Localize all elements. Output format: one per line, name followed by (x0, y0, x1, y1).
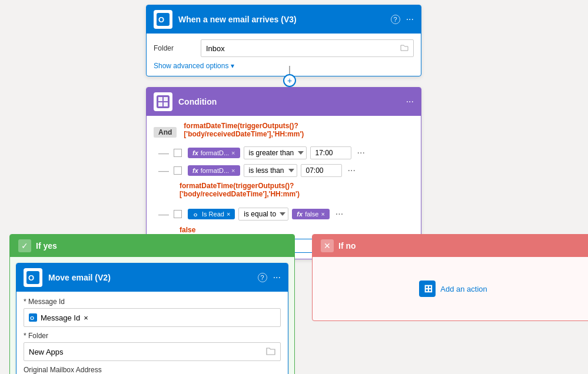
svg-rect-5 (158, 102, 162, 106)
condition-title: Condition (178, 97, 406, 106)
operator-select-3[interactable]: is equal to (238, 208, 288, 221)
condition-actions: ··· (406, 96, 414, 107)
checkbox-1[interactable] (174, 149, 182, 157)
move-email-actions: ? ··· (258, 272, 281, 283)
connector-dash-3: — (158, 208, 169, 221)
move-folder-section: * Folder New Apps (24, 332, 281, 361)
if-yes-label: If yes (36, 241, 57, 251)
false-value-label: false (180, 226, 195, 234)
add-action-svg: ⊞ (419, 280, 436, 297)
message-id-field[interactable]: O Message Id × (24, 308, 281, 327)
svg-rect-6 (164, 102, 168, 106)
move-email-body: * Message Id O Message Id × * Folder New… (16, 292, 288, 374)
connector-line-top (289, 66, 290, 74)
is-read-label: Is Read (202, 211, 224, 218)
formula-preview-1: formatDateTime(triggerOutputs()?['body/r… (179, 122, 414, 138)
row2-more-icon[interactable]: ··· (346, 164, 358, 177)
chip-close-1[interactable]: × (231, 149, 235, 156)
no-x-icon: ✕ (321, 239, 334, 252)
svg-text:O: O (30, 315, 34, 321)
outlook-chip-icon: O (192, 211, 200, 218)
false-chip-3[interactable]: fx false × (292, 209, 329, 219)
if-no-header: ✕ If no (313, 235, 588, 257)
row1-more-icon[interactable]: ··· (355, 146, 367, 159)
connector-dash-1: — (158, 147, 169, 159)
condition-row-2: — fx formatD... × is less than ··· forma… (158, 164, 414, 203)
fx-icon-2: fx (192, 167, 198, 174)
fx-icon-3: fx (297, 211, 303, 218)
add-action-button[interactable]: ⊞ Add an action (419, 280, 487, 297)
fx-icon-1: fx (192, 149, 198, 156)
message-id-close[interactable]: × (84, 313, 88, 322)
condition-row-2-inner: — fx formatD... × is less than ··· (158, 164, 358, 177)
if-yes-header: ✓ If yes (10, 235, 294, 257)
move-email-icon: O (24, 268, 42, 287)
svg-text:O: O (28, 273, 34, 282)
folder-row: Folder Inbox (154, 39, 414, 57)
original-mailbox-label: Original Mailbox Address (24, 366, 281, 374)
false-chip-close[interactable]: × (321, 211, 324, 218)
formula-chip-1[interactable]: fx formatD... × (188, 148, 240, 158)
formula-preview-2: formatDateTime(triggerOutputs()?['body/r… (158, 182, 414, 198)
condition-menu-icon[interactable]: ··· (406, 96, 414, 107)
message-id-outlook-icon: O (29, 313, 37, 322)
condition-row-3-inner: — O Is Read × is equal to fx false × (158, 208, 346, 221)
svg-text:O: O (158, 15, 164, 24)
trigger-title: When a new email arrives (V3) (178, 15, 391, 24)
add-action-container: ⊞ Add an action (313, 257, 588, 320)
checkbox-2[interactable] (174, 166, 182, 175)
move-folder-label: * Folder (24, 332, 281, 340)
false-chip-label: false (305, 211, 318, 218)
yes-check-icon: ✓ (18, 239, 31, 252)
trigger-icon: O (154, 10, 172, 29)
formula-chip-2[interactable]: fx formatD... × (188, 165, 240, 176)
if-no-label: If no (338, 241, 356, 251)
svg-rect-3 (158, 97, 162, 101)
and-label: And (154, 127, 177, 138)
add-step-button[interactable]: + (283, 74, 296, 87)
checkbox-3[interactable] (174, 210, 182, 218)
add-action-label: Add an action (440, 285, 487, 293)
trigger-help-icon[interactable]: ? (391, 15, 400, 24)
move-folder-field[interactable]: New Apps (24, 342, 281, 361)
folder-icon (400, 44, 408, 54)
chip-label-1: formatD... (201, 149, 229, 156)
value-input-2[interactable] (301, 164, 342, 177)
svg-text:O: O (194, 212, 197, 218)
show-advanced-text: Show advanced options (154, 62, 228, 70)
folder-input[interactable]: Inbox (201, 39, 414, 57)
chip-label-2: formatD... (201, 167, 229, 174)
condition-svg-icon (157, 95, 170, 108)
add-action-icon: ⊞ (419, 280, 436, 297)
move-email-card: O Move email (V2) ? ··· * Message Id O M… (16, 263, 288, 374)
condition-row-1: — fx formatD... × is greater than ··· (158, 146, 414, 159)
original-mailbox-section: Original Mailbox Address Address of the … (24, 366, 281, 374)
operator-select-1[interactable]: is greater than (244, 146, 307, 159)
chip-close-2[interactable]: × (231, 167, 235, 174)
message-id-section: * Message Id O Message Id × (24, 298, 281, 327)
trigger-header: O When a new email arrives (V3) ? ··· (147, 5, 421, 34)
condition-and-row: And formatDateTime(triggerOutputs()?['bo… (154, 122, 414, 143)
condition-row-3: — O Is Read × is equal to fx false × (158, 208, 414, 234)
message-id-label: * Message Id (24, 298, 281, 306)
move-email-menu-icon[interactable]: ··· (273, 272, 281, 283)
trigger-actions: ? ··· (391, 14, 414, 25)
condition-icon-wrapper (154, 92, 172, 111)
connector-dash-2: — (158, 165, 169, 177)
move-email-svg-icon: O (26, 271, 39, 284)
svg-rect-4 (164, 97, 168, 101)
outlook-chip-3[interactable]: O Is Read × (188, 209, 235, 219)
if-no-branch: ✕ If no ⊞ Add an action (312, 234, 588, 321)
folder-label: Folder (154, 44, 201, 52)
if-yes-branch: ✓ If yes O Move email (V2) ? ··· (9, 234, 295, 374)
condition-header: Condition ··· (147, 88, 421, 116)
value-input-1[interactable] (310, 146, 351, 159)
trigger-menu-icon[interactable]: ··· (406, 14, 414, 25)
move-email-header: O Move email (V2) ? ··· (16, 263, 288, 292)
operator-select-2[interactable]: is less than (244, 164, 297, 177)
row3-more-icon[interactable]: ··· (333, 208, 346, 221)
move-folder-value: New Apps (29, 348, 64, 356)
move-email-help-icon[interactable]: ? (258, 273, 267, 282)
folder-value: Inbox (206, 44, 225, 53)
is-read-close[interactable]: × (227, 211, 230, 218)
